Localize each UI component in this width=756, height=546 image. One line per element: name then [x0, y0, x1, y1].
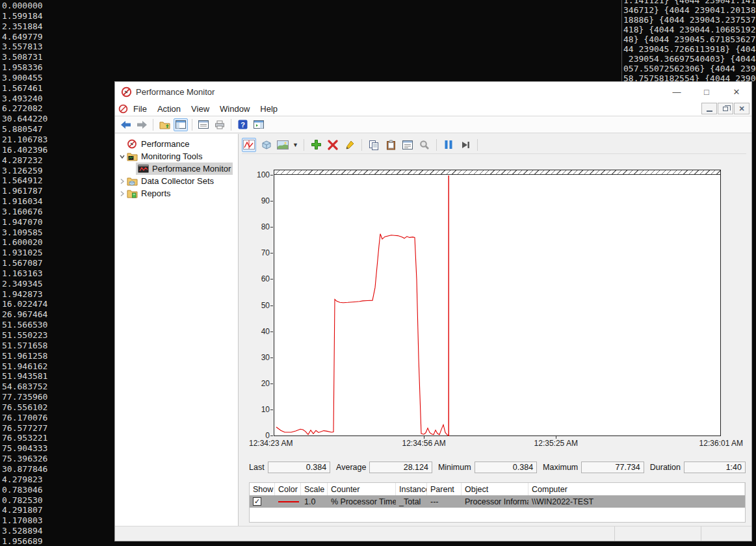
- console-line: 51.550223: [2, 330, 114, 341]
- menu-bar: File Action View Window Help ✕: [115, 101, 751, 116]
- tree-item-data-collector-sets[interactable]: Data Collector Sets: [115, 175, 238, 187]
- menu-view[interactable]: View: [186, 104, 215, 114]
- console-tree-toggle-button[interactable]: [174, 118, 188, 131]
- col-color[interactable]: Color: [275, 483, 301, 495]
- pause-icon: [444, 140, 453, 150]
- toolbar-separator: [361, 139, 362, 151]
- child-close-button[interactable]: ✕: [734, 103, 749, 114]
- minimize-button[interactable]: —: [662, 82, 692, 101]
- child-minimize-button[interactable]: [701, 103, 717, 114]
- console-line: 3.528894: [2, 526, 114, 536]
- chart-plot-area[interactable]: [274, 170, 721, 436]
- close-button[interactable]: ✕: [722, 82, 751, 101]
- menu-window[interactable]: Window: [215, 104, 255, 114]
- y-tick-mark: [270, 306, 273, 306]
- freeze-display-button[interactable]: [441, 138, 456, 152]
- console-line: 51.943581: [2, 371, 114, 382]
- menu-help[interactable]: Help: [255, 104, 283, 114]
- copy-properties-button[interactable]: [367, 138, 381, 152]
- tree-item-monitoring-tools[interactable]: Monitoring Tools: [115, 150, 238, 162]
- x-tick-label: 12:36:01 AM: [699, 439, 743, 448]
- col-computer[interactable]: Computer: [528, 483, 745, 495]
- col-parent[interactable]: Parent: [427, 483, 462, 495]
- update-data-button[interactable]: [458, 138, 473, 152]
- console-tree-icon: [176, 120, 186, 129]
- toolbar-separator: [153, 119, 153, 131]
- up-one-level-button[interactable]: [157, 118, 172, 131]
- counter-list: Show Color Scale Counter Instance Parent…: [249, 482, 746, 523]
- console-line: 76.953221: [2, 433, 114, 443]
- console-line: 1.567087: [2, 258, 114, 268]
- chevron-down-icon[interactable]: [118, 152, 127, 161]
- col-object[interactable]: Object: [462, 483, 528, 495]
- toolbar-separator: [304, 139, 304, 151]
- minimum-value: 0.384: [475, 462, 537, 473]
- average-value: 28.124: [369, 462, 432, 473]
- data-collector-sets-folder-icon: [127, 176, 138, 186]
- col-counter[interactable]: Counter: [328, 483, 396, 495]
- zoom-button[interactable]: [417, 138, 432, 152]
- col-instance[interactable]: Instance: [396, 483, 427, 495]
- properties-button[interactable]: [196, 118, 211, 131]
- console-line: 4.291807: [2, 505, 114, 515]
- chevron-right-icon[interactable]: [118, 177, 127, 186]
- perfmon-view-pane: ▼: [239, 134, 751, 526]
- tree-item-reports[interactable]: Reports: [115, 187, 238, 200]
- x-tick-label: 12:34:56 AM: [402, 439, 445, 448]
- paste-counter-list-button[interactable]: [384, 138, 398, 152]
- col-show[interactable]: Show: [250, 483, 275, 495]
- console-line: 76.170076: [2, 413, 114, 423]
- console-line: 1.931025: [2, 248, 114, 258]
- cell-instance: _Total: [396, 497, 427, 506]
- console-line: 76.556102: [2, 402, 114, 413]
- console-line: 76.577277: [2, 423, 114, 434]
- maximize-button[interactable]: □: [692, 82, 722, 101]
- action-pane-toggle-button[interactable]: [252, 118, 266, 131]
- cell-parent: ---: [427, 497, 462, 506]
- y-tick-label: 20: [248, 378, 270, 389]
- cell-computer: \\WIN2022-TEST: [528, 497, 745, 506]
- show-checkbox[interactable]: ✓: [253, 497, 261, 506]
- x-tick-mark: [556, 436, 556, 439]
- counter-color-swatch: [278, 501, 299, 502]
- y-tick-label: 40: [248, 326, 270, 337]
- menu-action[interactable]: Action: [152, 104, 186, 114]
- status-bar: [115, 526, 751, 541]
- spacer: [118, 140, 127, 149]
- tree-label: Monitoring Tools: [141, 151, 202, 161]
- highlight-button[interactable]: [343, 138, 357, 152]
- menu-file[interactable]: File: [128, 104, 152, 114]
- change-graph-type-button[interactable]: [276, 138, 290, 152]
- console-line: 4.649779: [2, 32, 114, 42]
- view-log-data-button[interactable]: [259, 138, 273, 152]
- counter-row[interactable]: ✓ 1.0 % Processor Time _Total --- Proces…: [250, 495, 745, 508]
- cell-scale: 1.0: [301, 497, 328, 506]
- console-line: 16.402396: [2, 145, 114, 155]
- x-axis: 12:34:23 AM12:34:56 AM12:35:25 AM12:36:0…: [274, 439, 721, 449]
- tree-item-performance-root[interactable]: Performance: [115, 138, 238, 150]
- y-tick-label: 100: [248, 170, 270, 180]
- help-button[interactable]: ?: [235, 118, 250, 131]
- delete-counter-button[interactable]: [326, 138, 340, 152]
- col-scale[interactable]: Scale: [301, 483, 328, 495]
- console-line: 1.947070: [2, 217, 114, 228]
- tree-item-performance-monitor[interactable]: Performance Monitor: [115, 162, 238, 175]
- action-pane-icon: [254, 120, 264, 129]
- view-current-activity-button[interactable]: [242, 138, 256, 152]
- reports-folder-icon: [127, 188, 138, 198]
- forward-button[interactable]: [135, 118, 149, 131]
- add-counter-button[interactable]: [309, 138, 323, 152]
- y-tick-label: 90: [248, 196, 270, 206]
- pencil-icon: [345, 140, 355, 150]
- child-restore-button[interactable]: [718, 103, 733, 114]
- performance-monitor-window: Performance Monitor — □ ✕ File Action Vi…: [114, 81, 752, 541]
- chevron-right-icon[interactable]: [118, 189, 127, 198]
- properties-button-perfmon[interactable]: [400, 138, 415, 152]
- cell-object: Processor Information: [462, 497, 528, 506]
- back-button[interactable]: [118, 118, 133, 131]
- tree-label: Data Collector Sets: [141, 176, 214, 186]
- graph-type-dropdown-arrow[interactable]: ▼: [293, 142, 299, 148]
- print-button[interactable]: [213, 118, 227, 131]
- monitoring-tools-folder-icon: [127, 151, 138, 161]
- console-line: 0.782530: [2, 495, 114, 506]
